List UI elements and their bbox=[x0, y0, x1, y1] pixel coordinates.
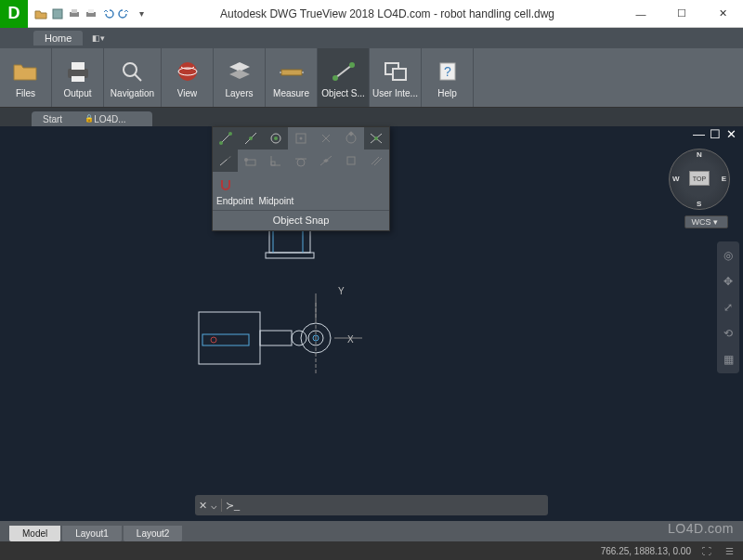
viewcube[interactable]: TOP N S E W bbox=[669, 149, 730, 210]
print-icon[interactable] bbox=[67, 7, 82, 21]
snap-tangent[interactable] bbox=[288, 150, 313, 172]
canvas-close-icon[interactable]: ✕ bbox=[726, 130, 737, 141]
tab-layout2[interactable]: Layout2 bbox=[124, 526, 183, 541]
svg-line-22 bbox=[221, 134, 230, 143]
help-icon: ? bbox=[433, 57, 463, 86]
close-button[interactable]: ✕ bbox=[702, 0, 743, 28]
showmotion-icon[interactable]: ▦ bbox=[720, 351, 736, 368]
snap-apparent[interactable] bbox=[339, 150, 364, 172]
pan-icon[interactable]: ✥ bbox=[720, 273, 736, 290]
svg-rect-34 bbox=[348, 131, 354, 137]
svg-point-23 bbox=[219, 141, 223, 145]
user-interface-button[interactable]: User Inte... bbox=[370, 48, 422, 107]
drawing-canvas[interactable]: — ☐ ✕ Endpoint Midpoint Object Snap bbox=[0, 126, 743, 521]
svg-line-39 bbox=[227, 156, 231, 160]
lock-icon: 🔒 bbox=[85, 114, 94, 123]
svg-point-65 bbox=[211, 337, 216, 343]
viewcube-north[interactable]: N bbox=[697, 150, 702, 159]
snap-enabled-toggle[interactable] bbox=[213, 172, 238, 194]
globe-icon bbox=[173, 57, 202, 86]
svg-point-17 bbox=[349, 62, 355, 68]
object-snap-button[interactable]: Object S... bbox=[318, 48, 370, 107]
panel-toggle-icon[interactable]: ◧▾ bbox=[92, 33, 105, 43]
ruler-icon bbox=[277, 57, 306, 86]
tab-layout1[interactable]: Layout1 bbox=[62, 526, 122, 541]
command-input[interactable] bbox=[243, 501, 544, 511]
tab-model[interactable]: Model bbox=[9, 526, 60, 541]
redo-icon[interactable] bbox=[117, 7, 132, 21]
snap-midpoint[interactable] bbox=[238, 127, 263, 150]
dwg-icon[interactable] bbox=[50, 7, 65, 21]
tab-start[interactable]: Start bbox=[32, 111, 88, 126]
files-button[interactable]: Files bbox=[0, 48, 52, 107]
svg-text:?: ? bbox=[444, 64, 451, 79]
svg-line-38 bbox=[220, 160, 227, 165]
layout-tabs: Model Layout1 Layout2 bbox=[0, 521, 743, 541]
orbit-icon[interactable]: ⟲ bbox=[720, 325, 736, 342]
svg-point-30 bbox=[299, 137, 302, 140]
document-tabs: Start 🔒LO4D... bbox=[0, 108, 743, 126]
close-cmd-icon[interactable]: ✕ bbox=[199, 500, 207, 512]
output-button[interactable]: Output bbox=[52, 48, 104, 107]
undo-icon[interactable] bbox=[100, 7, 115, 21]
app-logo[interactable]: D bbox=[0, 0, 28, 28]
view-button[interactable]: View bbox=[162, 48, 214, 107]
navigation-button[interactable]: Navigation bbox=[104, 48, 162, 107]
snap-nearest[interactable] bbox=[314, 150, 339, 172]
snap-insertion[interactable] bbox=[238, 150, 263, 172]
svg-rect-59 bbox=[266, 253, 314, 258]
zoom-extents-icon[interactable]: ⤢ bbox=[720, 299, 736, 316]
measure-button[interactable]: Measure bbox=[266, 48, 318, 107]
snap-parallel[interactable] bbox=[364, 150, 389, 172]
snap-quadrant[interactable] bbox=[339, 127, 364, 150]
viewcube-south[interactable]: S bbox=[697, 200, 701, 208]
svg-point-28 bbox=[274, 137, 278, 140]
canvas-maximize-icon[interactable]: ☐ bbox=[710, 130, 721, 141]
command-line[interactable]: ✕ ⌵ ≻_ bbox=[195, 495, 548, 515]
canvas-minimize-icon[interactable]: — bbox=[693, 130, 704, 141]
snap-center[interactable] bbox=[263, 127, 288, 150]
fullscreen-icon[interactable]: ⛶ bbox=[700, 544, 713, 557]
wcs-indicator[interactable]: WCS ▾ bbox=[684, 215, 728, 228]
snap-icon bbox=[329, 57, 358, 86]
object-snap-panel: Endpoint Midpoint Object Snap bbox=[212, 126, 390, 231]
svg-point-16 bbox=[332, 75, 338, 81]
wheel-icon[interactable]: ◎ bbox=[720, 247, 736, 264]
settings-icon[interactable]: ☰ bbox=[723, 544, 736, 557]
tab-file[interactable]: 🔒LO4D... bbox=[83, 111, 151, 126]
recent-cmd-icon[interactable]: ⌵ bbox=[211, 500, 217, 512]
home-tab[interactable]: Home bbox=[33, 31, 83, 46]
svg-rect-7 bbox=[72, 76, 85, 82]
svg-rect-46 bbox=[347, 157, 355, 164]
printer-icon bbox=[63, 57, 93, 86]
snap-geometric-center[interactable] bbox=[288, 127, 313, 150]
svg-rect-63 bbox=[199, 312, 260, 364]
snap-intersection[interactable] bbox=[364, 127, 389, 150]
svg-point-10 bbox=[178, 62, 197, 81]
magnifier-icon bbox=[118, 57, 148, 86]
prompt-icon: ≻_ bbox=[226, 500, 240, 512]
open-icon[interactable] bbox=[33, 7, 48, 21]
svg-point-26 bbox=[249, 137, 253, 140]
windows-icon bbox=[381, 57, 411, 86]
svg-point-67 bbox=[292, 331, 306, 345]
layers-button[interactable]: Layers bbox=[214, 48, 266, 107]
viewcube-west[interactable]: W bbox=[672, 175, 680, 183]
snap-node[interactable] bbox=[314, 127, 339, 150]
viewcube-top[interactable]: TOP bbox=[689, 171, 710, 186]
svg-point-24 bbox=[228, 132, 232, 136]
snap-midpoint-label: Midpoint bbox=[258, 196, 293, 206]
svg-rect-12 bbox=[281, 70, 302, 75]
ribbon: Files Output Navigation View Layers Meas… bbox=[0, 48, 743, 108]
qat-dropdown-icon[interactable]: ▾ bbox=[134, 7, 149, 21]
svg-point-43 bbox=[297, 159, 305, 166]
viewcube-east[interactable]: E bbox=[722, 175, 726, 183]
maximize-button[interactable]: ☐ bbox=[661, 0, 702, 28]
minimize-button[interactable]: — bbox=[620, 0, 661, 28]
window-title: Autodesk DWG TrueView 2018 LO4D.com - ro… bbox=[154, 7, 620, 20]
snap-extension[interactable] bbox=[213, 150, 238, 172]
publish-icon[interactable] bbox=[84, 7, 98, 21]
help-button[interactable]: ? Help bbox=[422, 48, 474, 107]
snap-endpoint[interactable] bbox=[213, 127, 238, 150]
snap-perpendicular[interactable] bbox=[263, 150, 288, 172]
